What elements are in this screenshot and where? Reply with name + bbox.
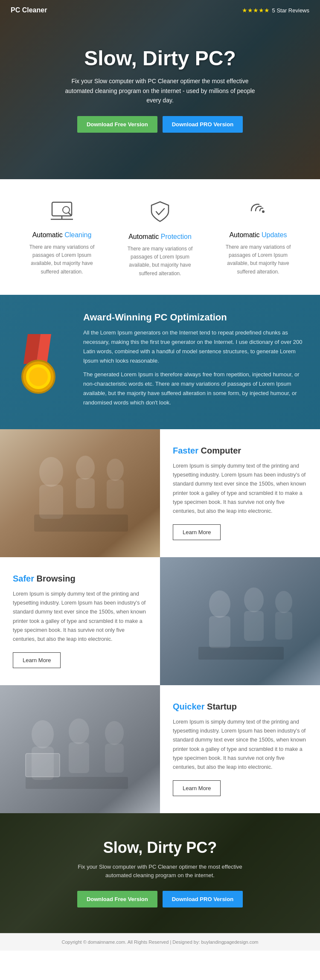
svg-line-4 (69, 213, 71, 215)
svg-rect-17 (107, 480, 124, 509)
download-free-button[interactable]: Download Free Version (77, 116, 157, 133)
svg-rect-13 (39, 485, 63, 519)
bottom-hero-description: Fix your Slow computer with PC Cleaner o… (66, 863, 254, 881)
svg-point-20 (209, 590, 230, 618)
feature-row-quicker: Quicker Startup Lorem Ipsum is simply du… (0, 685, 320, 813)
faster-desc: Lorem Ipsum is simply dummy text of the … (173, 462, 307, 516)
hero-buttons: Download Free Version Download PRO Versi… (77, 116, 243, 133)
cleaning-desc: There are many variations of passages of… (23, 243, 100, 276)
hero-section: PC Cleaner ★★★★★ 5 Star Reviews Slow, Di… (0, 0, 320, 179)
bottom-download-free-button[interactable]: Download Free Version (77, 891, 157, 907)
safer-heading-accent: Safer (13, 574, 34, 583)
hero-heading: Slow, Dirty PC? (84, 47, 236, 70)
star-rating: ★★★★★ 5 Star Reviews (242, 7, 309, 14)
feature-row-safer: Safer Browsing Lorem Ipsum is simply dum… (0, 557, 320, 685)
bottom-hero-buttons: Download Free Version Download PRO Versi… (9, 891, 311, 907)
svg-rect-25 (275, 612, 292, 640)
footer-text: Copyright © domainname.com. All Rights R… (62, 939, 259, 945)
award-section: Award-Winning PC Optimization All the Lo… (0, 295, 320, 429)
cleaning-title: Automatic Cleaning (23, 231, 100, 239)
svg-point-24 (275, 591, 292, 613)
quicker-learn-more-button[interactable]: Learn More (173, 780, 221, 796)
faster-image (0, 429, 160, 557)
faster-heading: Faster Computer (173, 446, 307, 456)
protection-icon (122, 201, 198, 228)
faster-content: Faster Computer Lorem Ipsum is simply du… (160, 429, 320, 557)
updates-title-accent: Updates (260, 231, 287, 238)
stars-icon: ★★★★★ (242, 7, 270, 14)
svg-rect-21 (209, 616, 230, 648)
svg-rect-15 (76, 478, 95, 508)
quicker-heading-accent: Quicker (173, 702, 204, 711)
faster-heading-plain: Computer (198, 446, 241, 455)
download-pro-button[interactable]: Download PRO Version (163, 116, 243, 133)
protection-desc: There are many variations of passages of… (122, 245, 198, 278)
bottom-hero-heading: Slow, Dirty PC? (9, 839, 311, 857)
updates-title-plain: Automatic (229, 231, 259, 238)
feature-updates: Automatic Updates There are many variati… (211, 201, 305, 278)
safer-heading: Safer Browsing (13, 574, 147, 584)
safer-image (160, 557, 320, 685)
brand-logo: PC Cleaner (11, 6, 47, 14)
features-section: Automatic Cleaning There are many variat… (0, 179, 320, 295)
protection-title-accent: Protection (159, 233, 191, 240)
quicker-image (0, 685, 160, 813)
svg-rect-34 (26, 777, 128, 789)
quicker-content: Quicker Startup Lorem Ipsum is simply du… (160, 685, 320, 813)
svg-point-32 (105, 721, 124, 745)
hero-nav: PC Cleaner ★★★★★ 5 Star Reviews (0, 0, 320, 20)
svg-rect-33 (105, 744, 124, 773)
svg-rect-35 (26, 753, 60, 777)
stars-label: 5 Star Reviews (272, 7, 309, 14)
svg-point-22 (244, 587, 264, 612)
award-para1: All the Lorem Ipsum generators on the In… (83, 328, 303, 366)
bottom-hero-section: Slow, Dirty PC? Fix your Slow computer w… (0, 813, 320, 933)
svg-rect-31 (69, 742, 89, 773)
protection-title-plain: Automatic (128, 233, 159, 240)
safer-desc: Lorem Ipsum is simply dummy text of the … (13, 590, 147, 644)
svg-point-3 (63, 206, 70, 213)
feature-protection: Automatic Protection There are many vari… (113, 201, 207, 278)
svg-rect-23 (244, 611, 264, 641)
award-medal (17, 334, 68, 390)
footer: Copyright © domainname.com. All Rights R… (0, 933, 320, 951)
svg-point-16 (107, 459, 124, 481)
hero-description: Fix your Slow computer with PC Cleaner o… (64, 76, 256, 105)
award-heading: Award-Winning PC Optimization (83, 312, 303, 323)
safer-content: Safer Browsing Lorem Ipsum is simply dum… (0, 557, 160, 685)
cleaning-icon (23, 201, 100, 226)
faster-heading-accent: Faster (173, 446, 198, 455)
quicker-heading: Quicker Startup (173, 702, 307, 712)
svg-rect-18 (34, 515, 128, 532)
updates-title: Automatic Updates (220, 231, 297, 239)
svg-point-14 (76, 456, 95, 480)
safer-heading-plain: Browsing (34, 574, 76, 583)
cleaning-title-plain: Automatic (32, 231, 63, 238)
feature-cleaning: Automatic Cleaning There are many variat… (15, 201, 109, 278)
svg-point-28 (32, 720, 54, 748)
svg-point-12 (39, 457, 63, 487)
quicker-heading-plain: Startup (204, 702, 237, 711)
feature-row-faster: Faster Computer Lorem Ipsum is simply du… (0, 429, 320, 557)
svg-rect-0 (52, 202, 72, 216)
updates-icon (220, 201, 297, 226)
award-para2: The generated Lorem Ipsum is therefore a… (83, 370, 303, 407)
cleaning-title-accent: Cleaning (63, 231, 92, 238)
faster-learn-more-button[interactable]: Learn More (173, 524, 221, 540)
bottom-download-pro-button[interactable]: Download PRO Version (163, 891, 243, 907)
award-content: Award-Winning PC Optimization All the Lo… (83, 312, 303, 412)
updates-desc: There are many variations of passages of… (220, 243, 297, 276)
protection-title: Automatic Protection (122, 233, 198, 241)
svg-rect-26 (198, 647, 284, 660)
svg-rect-19 (160, 557, 320, 685)
svg-point-30 (69, 718, 89, 744)
svg-point-5 (262, 210, 265, 213)
svg-point-10 (29, 367, 48, 386)
quicker-desc: Lorem Ipsum is simply dummy text of the … (173, 718, 307, 772)
safer-learn-more-button[interactable]: Learn More (13, 652, 61, 668)
